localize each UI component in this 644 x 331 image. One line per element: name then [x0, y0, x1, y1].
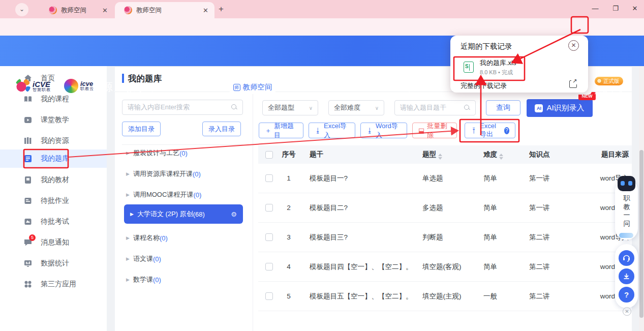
plus-icon: ＋: [265, 127, 271, 134]
new-tab-button[interactable]: +: [219, 4, 224, 14]
tree-item-6[interactable]: ▶ 数学课(0): [126, 275, 161, 284]
site-favicon: [124, 6, 132, 14]
row-checkbox[interactable]: [265, 292, 273, 300]
question-bank-icon: [23, 154, 33, 163]
window-minimize-button[interactable]: —: [588, 2, 603, 15]
nav-separator: |: [283, 82, 285, 90]
expand-arrow-icon[interactable]: ▶: [130, 212, 134, 217]
sidebar-item-pending-homework[interactable]: 待批作业: [0, 192, 107, 210]
sidebar-item-data-statistics[interactable]: 数据统计: [0, 254, 107, 273]
search-icon[interactable]: [231, 104, 237, 110]
browser-tab-1[interactable]: 教师空间 ✕: [45, 2, 114, 18]
close-icon[interactable]: ✕: [568, 40, 579, 51]
difficulty-select[interactable]: 全部难度∨: [328, 100, 384, 115]
expand-arrow-icon[interactable]: ▶: [126, 151, 130, 156]
sidebar-item-my-question-bank[interactable]: 我的题库: [0, 149, 107, 168]
user-name-dropdown[interactable]: 刘宵宁 ∨: [595, 87, 623, 96]
tree-item-0[interactable]: ▶ 服装设计与工艺(0): [126, 148, 188, 158]
close-float-icon[interactable]: ✕: [623, 307, 631, 316]
expand-arrow-icon[interactable]: ▶: [126, 277, 130, 282]
col-difficulty: 难度: [483, 150, 529, 160]
excel-file-icon: [464, 62, 474, 73]
sidebar-item-my-resources[interactable]: 我的资源: [0, 132, 107, 150]
sort-icons[interactable]: [438, 154, 442, 160]
add-directory-button[interactable]: 添加目录: [122, 122, 161, 136]
sidebar-item-third-party-apps[interactable]: 第三方应用: [0, 275, 107, 293]
row-checkbox[interactable]: [265, 174, 273, 182]
message-icon: 5: [23, 238, 33, 247]
table-row[interactable]: 1 模板题目一? 单选题 简单 第一讲 word导入: [258, 164, 632, 193]
sort-icons[interactable]: [499, 154, 503, 160]
ai-recognition-button[interactable]: AI AI识别录入: [527, 99, 593, 117]
expand-arrow-icon[interactable]: ▶: [126, 256, 130, 261]
tab-search-chevron-icon[interactable]: ⌄: [15, 3, 28, 16]
browser-tab-2-active[interactable]: 教师空间 ✕: [115, 2, 214, 18]
icve-logo-text: iCVE 智慧职教: [33, 80, 51, 92]
row-checkbox[interactable]: [265, 233, 273, 241]
student-space-icon: 学: [293, 83, 300, 91]
tree-item-5[interactable]: ▶ 语文课(0): [126, 254, 161, 263]
table-row[interactable]: 3 模板题目三? 判断题 简单 第二讲 word导入: [258, 223, 632, 252]
window-restore-button[interactable]: ❐: [608, 2, 623, 15]
robot-icon: [618, 176, 635, 191]
nav-student-space[interactable]: 学 学习空间: [293, 82, 332, 92]
batch-delete-button[interactable]: ⬓批量删除: [412, 123, 457, 138]
downloaded-file-item[interactable]: 我的题库.xls 8.0 KB • 完成: [457, 57, 579, 77]
divider: [122, 144, 243, 145]
resource-library-button[interactable]: 资源库: [407, 79, 451, 94]
col-type: 题型: [422, 150, 483, 160]
add-question-button[interactable]: ＋新增题目: [259, 123, 303, 138]
row-checkbox[interactable]: [265, 204, 273, 212]
tab-close-icon[interactable]: ✕: [203, 7, 208, 14]
row-checkbox[interactable]: [265, 263, 273, 270]
sidebar-item-notifications[interactable]: 5 消息通知: [0, 233, 107, 252]
version-badge: 正式版: [595, 77, 623, 85]
excel-export-button[interactable]: ⭱Excel导出 ?: [465, 123, 515, 138]
search-icon[interactable]: [464, 105, 470, 111]
expand-arrow-icon[interactable]: ▶: [126, 192, 130, 197]
downloaded-file-meta: 8.0 KB • 完成: [480, 69, 516, 76]
tab-close-icon[interactable]: ✕: [102, 7, 108, 14]
tree-item-4[interactable]: ▶ 课程名称(0): [126, 233, 168, 243]
video-play-icon: [23, 115, 33, 125]
sidebar-item-my-textbooks[interactable]: 我的教材: [0, 171, 107, 189]
icve-logo-icon: [15, 78, 30, 94]
nav-teacher-space[interactable]: 师 教师空间: [230, 80, 275, 94]
browser-toolbar: ← → ⟳ ⩨ zjy2.icve.com.cn/teacher/myQuest…: [0, 18, 644, 36]
help-question-icon[interactable]: ?: [619, 287, 634, 303]
full-download-history-link[interactable]: 完整的下载记录: [461, 81, 507, 91]
sidebar-item-classroom-teaching[interactable]: 课堂教学: [0, 111, 107, 129]
stem-search-input[interactable]: 请输入题目题干: [394, 100, 476, 115]
tree-search-input[interactable]: 请输入内容Enter搜索: [122, 100, 243, 115]
enter-directory-button[interactable]: 录入目录: [202, 122, 241, 136]
tree-item-1[interactable]: ▶ 调用资源库课程开课(0): [126, 169, 201, 178]
expand-arrow-icon[interactable]: ▶: [126, 171, 130, 176]
select-all-checkbox[interactable]: [265, 151, 273, 159]
col-no: 序号: [273, 150, 304, 159]
sidebar-item-pending-exams[interactable]: 待批考试: [0, 213, 107, 231]
zjy-logo-icon: [64, 79, 78, 93]
expand-arrow-icon[interactable]: ▶: [126, 235, 130, 240]
gear-icon[interactable]: ⚙: [231, 210, 237, 218]
download-center-icon[interactable]: [619, 268, 634, 284]
tab-title: 教师空间: [136, 6, 162, 15]
window-close-button[interactable]: ✕: [627, 2, 642, 15]
customer-service-icon[interactable]: [619, 250, 634, 266]
table-row[interactable]: 2 模板题目二? 多选题 简单 第一讲 word导入: [258, 193, 632, 223]
excel-import-button[interactable]: ⭳Excel导入: [309, 123, 355, 138]
scrollbar-thumb[interactable]: [639, 150, 643, 318]
table-row[interactable]: 4 模板题目四【空一】、【空二】。 填空题(客观) 简单 第二讲 word导入: [258, 252, 632, 282]
tree-item-2[interactable]: ▶ 调用MOOC课程开课(0): [126, 190, 201, 199]
library-icon: [23, 136, 33, 145]
tree-item-3-selected[interactable]: ▶ 大学语文 (2P) 原创(68) ⚙: [124, 204, 243, 224]
assistant-widget[interactable]: 职教一问: [615, 179, 638, 240]
help-icon[interactable]: ?: [504, 127, 509, 134]
book-open-icon: [23, 95, 33, 104]
question-type-select[interactable]: 全部题型∨: [262, 100, 318, 115]
external-link-icon[interactable]: [569, 80, 577, 88]
query-button[interactable]: 查询: [486, 100, 520, 115]
medal-icon: [597, 78, 602, 83]
word-import-button[interactable]: ⭳Word导入: [360, 123, 407, 138]
sidebar-item-my-courses[interactable]: 我的课程: [0, 90, 107, 108]
table-row[interactable]: 5 模板题目五【空一】、【空二】。 填空题(主观) 一般 第二讲 word导入: [258, 282, 632, 311]
